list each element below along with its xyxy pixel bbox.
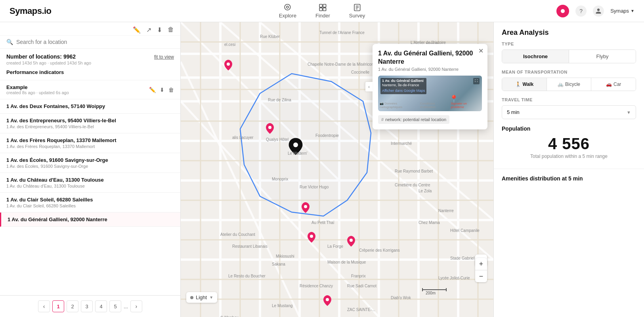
- svg-text:Le Resto du Boucher: Le Resto du Boucher: [228, 274, 266, 278]
- popup-image[interactable]: 1 Av. du Général Gallieni Nanterre, Île-…: [378, 76, 482, 111]
- finder-icon: [318, 3, 327, 12]
- nav-survey-label: Survey: [349, 13, 365, 19]
- zoom-controls: + −: [475, 258, 487, 282]
- popup-close-btn[interactable]: ✕: [478, 47, 483, 55]
- list-item[interactable]: 1 Av. du Clair Soleil, 66280 Saleilles 1…: [0, 193, 180, 213]
- user-icon[interactable]: [593, 6, 604, 17]
- location-addr: 1 Av. des Frères Roqueplan, 13370 Mallem…: [6, 144, 174, 149]
- car-icon: 🚗: [606, 82, 612, 87]
- svg-rect-3: [323, 4, 326, 7]
- popup-gmaps-link[interactable]: Afficher dans Google Maps: [382, 89, 425, 93]
- type-flyby-btn[interactable]: Flyby: [569, 50, 636, 63]
- svg-text:ZAC SAINTE-...: ZAC SAINTE-...: [347, 308, 375, 312]
- page-1-btn[interactable]: 1: [52, 300, 64, 312]
- example-sub: created 8s ago · updated 6s ago: [6, 90, 69, 95]
- area-analysis-title: Area Analysis: [502, 28, 636, 37]
- svg-text:Foodentropie: Foodentropie: [315, 133, 339, 138]
- map-style-selector[interactable]: Light ▼: [186, 292, 217, 303]
- edit-icon[interactable]: ✏️: [133, 26, 141, 34]
- page-2-btn[interactable]: 2: [67, 300, 78, 312]
- person-icon: [595, 8, 602, 14]
- popup-tag: # network: potential retail location: [378, 115, 449, 124]
- svg-text:Franprix: Franprix: [351, 274, 366, 278]
- list-item[interactable]: 1 Av. des Deux Fontaines, 57140 Woippy: [0, 99, 180, 114]
- list-item[interactable]: 1 Av. du Château d'Eau, 31300 Toulouse 1…: [0, 173, 180, 193]
- nav-right: ? Symaps ▼: [556, 5, 634, 17]
- type-isochrone-btn[interactable]: Isochrone: [502, 50, 569, 63]
- location-name: 1 Av. des Frères Roqueplan, 13370 Mallem…: [6, 137, 174, 143]
- transport-car-btn[interactable]: 🚗 Car: [591, 78, 636, 91]
- zoom-in-btn[interactable]: +: [475, 258, 487, 270]
- page-5-btn[interactable]: 5: [109, 300, 121, 312]
- svg-point-55: [350, 239, 353, 242]
- search-input[interactable]: [16, 39, 174, 45]
- nav-item-explore[interactable]: Explore: [279, 3, 296, 19]
- map-popup: ✕ ‹ 1 Av. du Général Gallieni, 92000 Nan…: [373, 44, 487, 129]
- page-4-btn[interactable]: 4: [95, 300, 107, 312]
- map-dot-icon: [190, 296, 193, 299]
- list-item[interactable]: 1 Av. des Frères Roqueplan, 13370 Mallem…: [0, 133, 180, 153]
- svg-text:Intermarché: Intermarché: [391, 141, 412, 146]
- svg-text:Nanterre: Nanterre: [438, 209, 454, 213]
- svg-point-54: [310, 235, 313, 238]
- top-nav: Symaps.io Explore Finder Survey ? Symaps…: [0, 0, 644, 22]
- svg-text:Le Mustang: Le Mustang: [272, 304, 292, 308]
- svg-text:Chez Mama: Chez Mama: [419, 220, 440, 225]
- list-item[interactable]: 1 Av. des Écoles, 91600 Savigny-sur-Orge…: [0, 153, 180, 173]
- transport-walk-btn[interactable]: 🚶 Walk: [502, 78, 547, 91]
- list-item[interactable]: 1 Av. des Entrepreneurs, 95400 Villiers-…: [0, 114, 180, 133]
- svg-text:© Mapbox: © Mapbox: [220, 315, 239, 317]
- svg-text:Lycée Joliot-Curie: Lycée Joliot-Curie: [438, 276, 470, 280]
- logo[interactable]: Symaps.io: [10, 6, 52, 16]
- svg-text:Crêperie des Korrigans: Crêperie des Korrigans: [359, 248, 400, 252]
- map-area[interactable]: el.cesi Rue Klüber Tunnel de l'Ariane Fr…: [181, 22, 493, 317]
- svg-point-0: [285, 4, 290, 10]
- svg-text:Sakana: Sakana: [272, 262, 285, 266]
- svg-text:Maison de la Musique: Maison de la Musique: [327, 260, 366, 264]
- svg-text:Monoprix: Monoprix: [272, 177, 288, 181]
- transport-label: MEAN OF TRANSPORTATION: [502, 70, 636, 74]
- nav-item-finder[interactable]: Finder: [315, 3, 330, 19]
- location-name: 1 Av. des Entrepreneurs, 95400 Villiers-…: [6, 118, 174, 123]
- zoom-out-btn[interactable]: −: [475, 270, 487, 282]
- location-addr: 1 Av. des Écoles, 91600 Savigny-sur-Orge: [6, 164, 174, 169]
- list-item-active[interactable]: 1 Av. du Général Gallieni, 92000 Nanterr…: [0, 213, 180, 227]
- example-edit-icon[interactable]: ✏️: [149, 87, 156, 93]
- population-sub: Total population within a 5 min range: [502, 154, 636, 159]
- travel-time-select[interactable]: 5 min ▼: [502, 105, 636, 119]
- example-download-icon[interactable]: ⬇: [160, 87, 164, 93]
- locations-meta: created 143d 5h ago · updated 143d 5h ag…: [6, 61, 91, 65]
- page-next-btn[interactable]: ›: [130, 300, 142, 312]
- page-3-btn[interactable]: 3: [81, 300, 93, 312]
- explore-icon: [283, 3, 292, 12]
- download-icon[interactable]: ⬇: [157, 26, 162, 34]
- help-icon[interactable]: ?: [575, 6, 587, 17]
- location-name-active: 1 Av. du Général Gallieni, 92000 Nanterr…: [8, 216, 174, 222]
- nav-explore-label: Explore: [279, 13, 296, 19]
- share-icon[interactable]: ↗: [146, 26, 151, 34]
- transport-bicycle-btn[interactable]: 🚲 Bicycle: [547, 78, 591, 91]
- example-delete-icon[interactable]: 🗑: [168, 87, 174, 93]
- fit-view-btn[interactable]: fit to view: [154, 54, 174, 60]
- record-button[interactable]: [556, 5, 569, 17]
- svg-text:Atelier du Couchant: Atelier du Couchant: [220, 232, 255, 237]
- popup-chevron[interactable]: ‹: [365, 82, 373, 91]
- right-panel: Area Analysis TYPE Isochrone Flyby MEAN …: [493, 22, 644, 317]
- user-label[interactable]: Symaps ▼: [610, 8, 634, 14]
- walk-icon: 🚶: [515, 82, 521, 87]
- svg-point-53: [304, 205, 307, 208]
- nav-item-survey[interactable]: Survey: [349, 3, 365, 19]
- svg-point-48: [293, 142, 298, 147]
- location-addr: 1 Av. des Entrepreneurs, 95400 Villiers-…: [6, 124, 174, 129]
- svg-text:Rue Sadi Carnot: Rue Sadi Carnot: [347, 284, 376, 288]
- svg-text:Rue Klüber: Rue Klüber: [260, 34, 280, 39]
- location-name: 1 Av. du Château d'Eau, 31300 Toulouse: [6, 177, 174, 183]
- page-prev-btn[interactable]: ‹: [38, 300, 50, 312]
- svg-text:Au Petit Thaï: Au Petit Thaï: [311, 220, 334, 225]
- popup-img-label: 1 Av. du Général Gallieni: [382, 79, 425, 84]
- svg-text:Résidence Chanzy: Résidence Chanzy: [300, 284, 333, 288]
- left-panel: ✏️ ↗ ⬇ 🗑 🔍 Number of locations: 9962 cre…: [0, 22, 181, 317]
- svg-point-49: [227, 63, 230, 66]
- delete-icon[interactable]: 🗑: [168, 26, 174, 34]
- perf-label: Performance indicators: [6, 69, 174, 75]
